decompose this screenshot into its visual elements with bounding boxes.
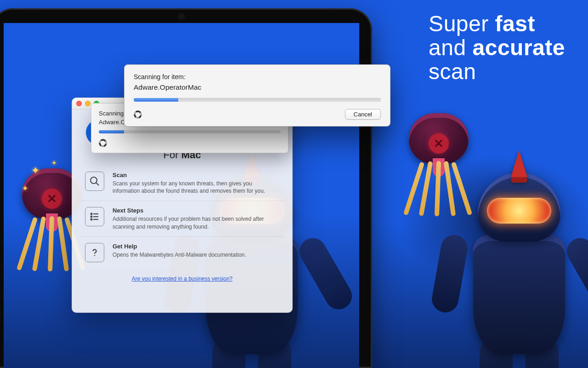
- option-title: Scan: [113, 172, 279, 178]
- sparkle-icon: ✦: [51, 159, 57, 167]
- svg-point-4: [91, 216, 92, 218]
- laptop-frame: ✕ ✦ ✦ ✦: [0, 8, 372, 368]
- progress-fill: [134, 98, 178, 102]
- dialog-current-item: Adware.OperatorMac: [134, 83, 381, 92]
- option-list: Scan Scans your system for any known thr…: [72, 163, 292, 268]
- spinner-icon: [99, 139, 107, 147]
- scan-progress-dialog: Scanning for item: Adware.OperatorMac Ca…: [124, 64, 390, 126]
- dialog-heading: Scanning for item:: [134, 73, 381, 80]
- spinner-icon: [134, 110, 142, 119]
- option-get-help[interactable]: Get Help Opens the Malwarebytes Anti-Mal…: [80, 236, 284, 268]
- option-desc: Additional resources if your problem has…: [113, 215, 279, 230]
- svg-point-8: [94, 255, 95, 256]
- bug-held-illustration: ✕: [404, 106, 473, 175]
- headline-word: scan: [429, 59, 476, 84]
- window-close-button[interactable]: [76, 101, 82, 106]
- progress-bar: [134, 98, 381, 102]
- sparkle-icon: ✦: [31, 165, 40, 177]
- cancel-button[interactable]: Cancel: [345, 109, 381, 120]
- sparkle-icon: ✦: [22, 184, 28, 193]
- marketing-headline: Super fast and accurate scan: [429, 12, 565, 83]
- option-scan[interactable]: Scan Scans your system for any known thr…: [80, 166, 284, 201]
- list-icon: [85, 207, 104, 226]
- window-minimize-button[interactable]: [85, 101, 90, 106]
- svg-point-6: [91, 219, 92, 220]
- headline-bold: fast: [495, 12, 535, 36]
- option-desc: Opens the Malwarebytes Anti-Malware docu…: [113, 251, 279, 259]
- option-next-steps[interactable]: Next Steps Additional resources if your …: [80, 201, 284, 236]
- camera-dot-icon: [179, 14, 184, 19]
- progress-bar: [99, 130, 281, 133]
- headline-bold: accurate: [473, 35, 565, 60]
- magnifier-icon: [85, 172, 104, 191]
- progress-fill: [99, 130, 124, 133]
- svg-point-0: [90, 177, 97, 184]
- option-title: Get Help: [113, 243, 279, 250]
- headline-word: and: [429, 35, 472, 60]
- svg-line-1: [96, 183, 99, 185]
- headline-word: Super: [429, 12, 495, 36]
- svg-point-2: [91, 213, 92, 215]
- question-icon: [85, 243, 104, 262]
- option-desc: Scans your system for any known threats,…: [113, 180, 279, 195]
- option-title: Next Steps: [113, 207, 279, 214]
- business-version-link[interactable]: Are you interested in a business version…: [72, 268, 292, 290]
- marketing-background: ✕ Super fast and accurate scan: [0, 0, 588, 368]
